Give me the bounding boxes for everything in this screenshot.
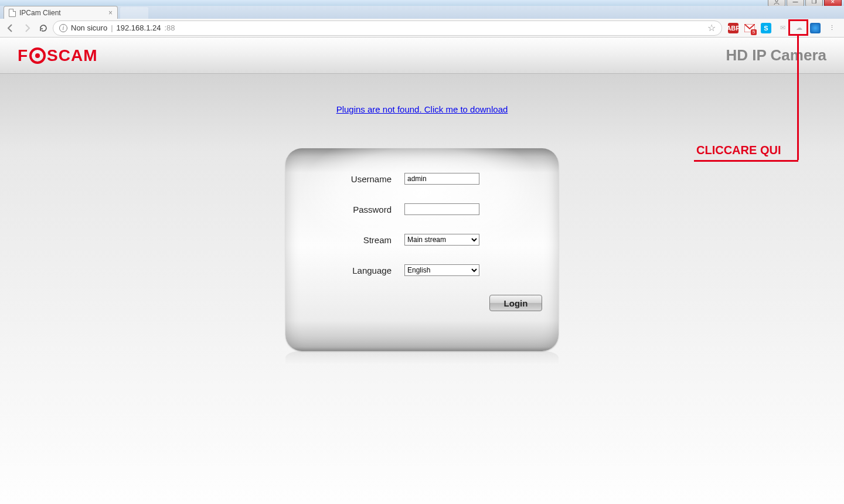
skype-icon[interactable]: S [761,23,771,33]
login-card: Username Password Stream Main stream Lan… [285,148,559,351]
address-separator: | [111,23,113,32]
address-bar[interactable]: i Non sicuro | 192.168.1.24:88 ☆ [53,21,722,36]
stream-label: Stream [314,235,404,245]
tab-title: IPCam Client [19,9,61,17]
ie-tab-icon[interactable] [810,23,821,33]
page-icon [9,9,16,17]
extension-icons: ABP 5 S ✉ ☁ ⋮ [724,23,840,33]
page-header: FSCAM HD IP Camera [0,38,844,74]
brand-lens-icon [29,47,46,64]
password-label: Password [314,205,404,214]
username-input[interactable] [404,173,479,185]
window-titlebar: — ❐ ✕ [0,0,844,6]
username-label: Username [314,174,404,184]
browser-menu-button[interactable]: ⋮ [826,23,837,33]
new-tab-button[interactable] [120,7,148,19]
language-label: Language [314,265,404,275]
reload-button[interactable] [36,21,50,35]
card-reflection [285,351,559,370]
annotation-label: CLICCARE QUI [696,144,781,157]
site-info-icon[interactable]: i [59,24,67,32]
brand-suffix: SCAM [47,46,97,65]
bookmark-star-icon[interactable]: ☆ [707,22,716,33]
plugin-download-link[interactable]: Plugins are not found. Click me to downl… [0,104,844,114]
browser-toolbar: i Non sicuro | 192.168.1.24:88 ☆ ABP 5 S… [0,19,844,38]
browser-tab-strip: IPCam Client × [0,6,844,19]
page-content: Plugins are not found. Click me to downl… [0,104,844,504]
security-status: Non sicuro [71,23,107,32]
gmail-badge: 5 [751,29,757,35]
address-host: 192.168.1.24 [117,23,161,32]
stream-select[interactable]: Main stream [404,234,479,246]
brand-logo: FSCAM [18,46,98,65]
password-input[interactable] [404,203,479,215]
svg-point-0 [775,0,778,2]
gmail-icon[interactable]: 5 [744,23,755,33]
brand-prefix: F [18,46,28,65]
login-button[interactable]: Login [489,295,542,311]
language-select[interactable]: English [404,264,479,276]
tab-close-icon[interactable]: × [108,9,113,17]
mail-icon[interactable]: ✉ [777,23,788,33]
nav-forward-button[interactable] [20,21,34,35]
cloud-icon[interactable]: ☁ [794,23,804,33]
product-title: HD IP Camera [726,46,827,64]
browser-tab-active[interactable]: IPCam Client × [4,6,118,19]
address-port: :88 [164,23,175,32]
adblock-icon[interactable]: ABP [728,23,738,33]
nav-back-button[interactable] [4,21,18,35]
